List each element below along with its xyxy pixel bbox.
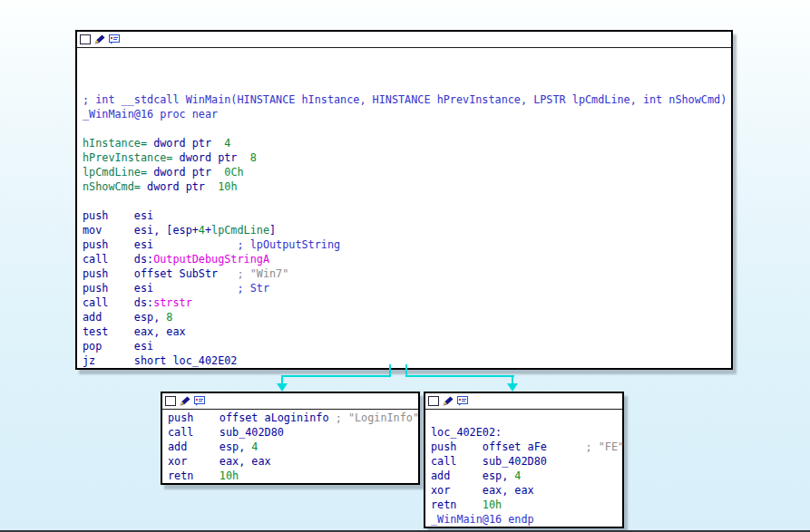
node-titlebar	[425, 393, 622, 410]
code-line[interactable]	[431, 411, 622, 425]
code-line[interactable]: call ds:OutputDebugStringA	[83, 252, 731, 266]
code-line[interactable]: nShowCmd= dword ptr 10h	[83, 179, 731, 194]
basic-block-fallthrough-logininfo[interactable]: push offset aLogininfo ; "LoginInfo"call…	[161, 392, 420, 485]
code-line[interactable]: lpCmdLine= dword ptr 0Ch	[83, 165, 731, 179]
code-line[interactable]: mov esi, [esp+4+lpCmdLine]	[83, 223, 731, 237]
code-line[interactable]: call sub_402D80	[168, 425, 418, 440]
basic-block-winmain-entry[interactable]: ; int __stdcall WinMain(HINSTANCE hInsta…	[75, 30, 733, 370]
code-line[interactable]: call sub_402D80	[431, 454, 622, 469]
node-comment-icon[interactable]	[457, 396, 468, 406]
arrowhead-icon	[507, 383, 518, 392]
node-comment-icon[interactable]	[194, 396, 205, 406]
arrowhead-icon	[277, 383, 288, 392]
code-line[interactable]	[83, 63, 731, 78]
disassembly-code-loc-402E02[interactable]: loc_402E02:push offset aFe ; "FE"call su…	[425, 410, 622, 527]
code-line[interactable]: push esi	[83, 208, 731, 223]
edit-node-icon[interactable]	[180, 396, 190, 406]
node-comment-icon[interactable]	[109, 34, 120, 44]
code-line[interactable]: hInstance= dword ptr 4	[83, 136, 731, 150]
code-line[interactable]: retn 10h	[431, 498, 622, 512]
code-line[interactable]: _WinMain@16 proc near	[83, 107, 731, 121]
code-line[interactable]: add esp, 4	[431, 469, 622, 483]
node-titlebar	[162, 393, 418, 410]
node-color-icon[interactable]	[80, 34, 91, 44]
node-color-icon[interactable]	[428, 396, 439, 406]
code-line[interactable]: push offset aFe ; "FE"	[431, 440, 622, 454]
code-line[interactable]	[83, 121, 731, 136]
code-line[interactable]: add esp, 8	[83, 310, 731, 324]
code-line[interactable]: push esi ; Str	[83, 281, 731, 295]
disassembly-code-winmain[interactable]: ; int __stdcall WinMain(HINSTANCE hInsta…	[77, 48, 731, 368]
code-line[interactable]: xor eax, eax	[431, 483, 622, 498]
code-line[interactable]: _WinMain@16 endp	[431, 512, 622, 527]
code-line[interactable]: xor eax, eax	[168, 454, 418, 469]
code-line[interactable]: pop esi	[83, 339, 731, 353]
code-line[interactable]	[83, 78, 731, 92]
code-line[interactable]: add esp, 4	[168, 440, 418, 454]
code-line[interactable]: ; int __stdcall WinMain(HINSTANCE hInsta…	[83, 92, 731, 107]
node-color-icon[interactable]	[165, 396, 176, 406]
code-line[interactable]	[83, 194, 731, 208]
node-titlebar	[77, 32, 731, 48]
basic-block-loc-402E02[interactable]: loc_402E02:push offset aFe ; "FE"call su…	[424, 392, 624, 528]
code-line[interactable]: hPrevInstance= dword ptr 8	[83, 150, 731, 165]
code-line[interactable]	[83, 49, 731, 63]
code-line[interactable]: push offset SubStr ; "Win7"	[83, 266, 731, 281]
code-line[interactable]: push offset aLogininfo ; "LoginInfo"	[168, 411, 418, 425]
ida-graph-view: { "colors": { "insn": "#04049a", "proc":…	[0, 0, 810, 532]
code-line[interactable]: loc_402E02:	[431, 425, 622, 440]
disassembly-code-logininfo[interactable]: push offset aLogininfo ; "LoginInfo"call…	[162, 410, 418, 483]
code-line[interactable]: test eax, eax	[83, 324, 731, 339]
edit-node-icon[interactable]	[94, 34, 105, 44]
edit-node-icon[interactable]	[443, 396, 454, 406]
code-line[interactable]: call ds:strstr	[83, 295, 731, 310]
code-line[interactable]: push esi ; lpOutputString	[83, 237, 731, 252]
code-line[interactable]: retn 10h	[168, 469, 418, 483]
